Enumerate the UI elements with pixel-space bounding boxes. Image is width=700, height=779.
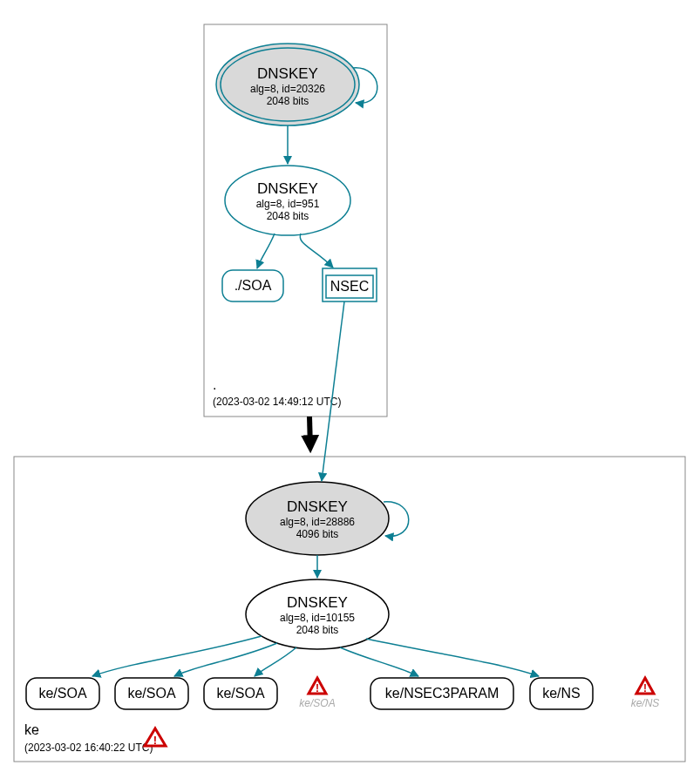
root-soa-node: ./SOA bbox=[222, 270, 283, 301]
ke-nsec3param-label: ke/NSEC3PARAM bbox=[385, 686, 499, 701]
ke-zsk-line1: alg=8, id=10155 bbox=[280, 612, 355, 624]
root-ksk-title: DNSKEY bbox=[257, 65, 318, 82]
ke-ksk-line2: 4096 bits bbox=[296, 528, 339, 540]
edge-ke-zsk-nsec3param bbox=[340, 647, 418, 676]
root-ksk-node: DNSKEY alg=8, id=20326 2048 bits bbox=[216, 44, 359, 125]
ke-soa2-node: ke/SOA bbox=[115, 678, 188, 709]
ke-ksk-node: DNSKEY alg=8, id=28886 4096 bits bbox=[246, 482, 389, 555]
ke-soa1-node: ke/SOA bbox=[26, 678, 99, 709]
ke-zsk-line2: 2048 bits bbox=[296, 624, 339, 636]
root-zsk-line2: 2048 bits bbox=[267, 210, 309, 222]
ke-soa3-node: ke/SOA bbox=[204, 678, 277, 709]
root-ksk-line2: 2048 bits bbox=[267, 95, 309, 107]
edge-root-zsk-nsec bbox=[300, 234, 333, 268]
root-zsk-node: DNSKEY alg=8, id=951 2048 bits bbox=[225, 166, 350, 235]
ke-zone-label: ke bbox=[24, 722, 39, 737]
edge-nsec-ke-ksk bbox=[322, 301, 344, 481]
ke-ns-warn-node: ! ke/NS bbox=[631, 678, 660, 709]
root-zsk-line1: alg=8, id=951 bbox=[256, 198, 320, 210]
ke-soa2-label: ke/SOA bbox=[127, 686, 175, 701]
edge-zone-delegation bbox=[309, 417, 310, 448]
edge-ke-zsk-ns bbox=[366, 639, 539, 676]
ke-zsk-title: DNSKEY bbox=[287, 594, 348, 611]
edge-root-zsk-soa bbox=[257, 234, 275, 268]
ke-ksk-line1: alg=8, id=28886 bbox=[280, 516, 355, 528]
ke-ns-node: ke/NS bbox=[530, 678, 593, 709]
ke-zone-warning-icon: ! bbox=[145, 728, 166, 747]
ke-ns-label: ke/NS bbox=[542, 686, 581, 701]
root-nsec-node: NSEC bbox=[323, 268, 377, 301]
dnssec-diagram: . (2023-03-02 14:49:12 UTC) DNSKEY alg=8… bbox=[0, 0, 700, 779]
warning-icon: ! bbox=[309, 678, 326, 694]
root-soa-label: ./SOA bbox=[234, 278, 272, 293]
ke-soa-warn-label: ke/SOA bbox=[299, 697, 335, 709]
edge-ke-zsk-soa1 bbox=[92, 636, 262, 676]
svg-text:!: ! bbox=[643, 682, 647, 694]
ke-nsec3param-node: ke/NSEC3PARAM bbox=[370, 678, 513, 709]
ke-soa-warn-node: ! ke/SOA bbox=[299, 678, 335, 709]
ke-zone-timestamp: (2023-03-02 16:40:22 UTC) bbox=[24, 742, 153, 754]
root-zone-label: . bbox=[213, 377, 216, 392]
ke-soa3-label: ke/SOA bbox=[216, 686, 264, 701]
root-zone-timestamp: (2023-03-02 14:49:12 UTC) bbox=[213, 396, 341, 408]
edge-ke-zsk-soa3 bbox=[255, 647, 296, 676]
ke-ksk-title: DNSKEY bbox=[287, 498, 348, 515]
ke-soa1-label: ke/SOA bbox=[38, 686, 86, 701]
ke-ns-warn-label: ke/NS bbox=[631, 697, 660, 709]
root-zsk-title: DNSKEY bbox=[257, 180, 318, 197]
root-nsec-label: NSEC bbox=[330, 279, 369, 294]
root-ksk-line1: alg=8, id=20326 bbox=[250, 83, 325, 95]
svg-text:!: ! bbox=[153, 734, 157, 747]
svg-text:!: ! bbox=[316, 682, 319, 694]
warning-icon: ! bbox=[636, 678, 654, 694]
